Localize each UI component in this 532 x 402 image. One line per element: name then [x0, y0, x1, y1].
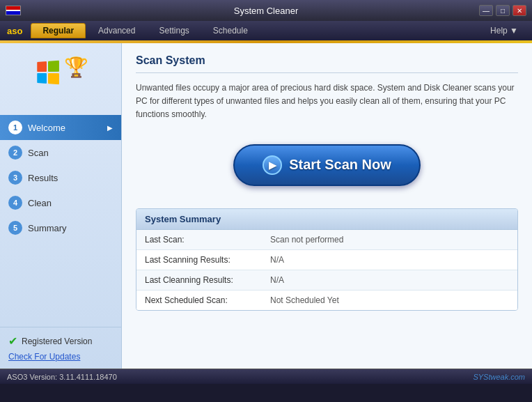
sidebar-label-clean: Clean [28, 198, 52, 208]
sidebar-item-summary[interactable]: 5 Summary [0, 215, 121, 240]
main-content: Scan System Unwanted files occupy a majo… [122, 43, 532, 369]
start-scan-button[interactable]: ▶ Start Scan Now [233, 144, 421, 186]
step-number-4: 4 [8, 196, 22, 210]
scan-button-area: ▶ Start Scan Now [136, 130, 518, 200]
step-number-2: 2 [8, 146, 22, 160]
brand-label: SYStweak.com [473, 373, 525, 381]
scheduled-scan-label: Next Scheduled Scan: [145, 295, 270, 305]
status-bar: ASO3 Version: 3.11.4111.18470 SYStweak.c… [0, 369, 532, 384]
sidebar-footer: ✔ Registered Version Check For Updates [0, 327, 121, 369]
trophy-icon: 🏆 [64, 56, 88, 79]
title-bar: System Cleaner — □ ✕ [0, 0, 532, 21]
summary-row-last-scan: Last Scan: Scan not performed [136, 230, 517, 250]
cleaning-results-value: N/A [270, 275, 284, 285]
scanning-results-label: Last Scanning Results: [145, 255, 270, 265]
sidebar-logo: 🏆 [0, 49, 121, 115]
check-updates-link[interactable]: Check For Updates [8, 352, 80, 362]
close-button[interactable]: ✕ [513, 5, 526, 16]
sidebar-label-summary: Summary [28, 223, 67, 233]
tab-advanced[interactable]: Advanced [87, 23, 146, 38]
system-summary-box: System Summary Last Scan: Scan not perfo… [136, 208, 518, 311]
logo-area: aso [7, 26, 22, 36]
registered-badge: ✔ Registered Version [8, 334, 113, 348]
menu-bar: aso Regular Advanced Settings Schedule H… [0, 21, 532, 40]
window-title: System Cleaner [0, 6, 532, 16]
window-controls: — □ ✕ [479, 5, 526, 16]
check-icon: ✔ [8, 334, 17, 348]
summary-row-scheduled-scan: Next Scheduled Scan: Not Scheduled Yet [136, 291, 517, 310]
help-button[interactable]: Help ▼ [483, 24, 525, 38]
cleaning-results-label: Last Cleanning Results: [145, 275, 270, 285]
app-body: 🏆 1 Welcome ▶ 2 Scan 3 Results 4 [0, 43, 532, 369]
maximize-button[interactable]: □ [496, 5, 510, 16]
sidebar: 🏆 1 Welcome ▶ 2 Scan 3 Results 4 [0, 43, 122, 369]
tab-settings[interactable]: Settings [148, 23, 200, 38]
sidebar-label-scan: Scan [28, 148, 49, 158]
section-description: Unwanted files occupy a major area of pr… [136, 82, 518, 122]
status-text: ASO3 Version: 3.11.4111.18470 [7, 373, 117, 381]
registered-label: Registered Version [22, 337, 92, 346]
summary-row-scanning-results: Last Scanning Results: N/A [136, 250, 517, 270]
play-icon: ▶ [263, 155, 282, 175]
step-number-1: 1 [8, 121, 22, 134]
scanning-results-value: N/A [270, 255, 284, 265]
summary-row-cleaning-results: Last Cleanning Results: N/A [136, 270, 517, 291]
minimize-button[interactable]: — [479, 5, 493, 16]
step-number-3: 3 [8, 171, 22, 185]
title-bar-left [6, 6, 21, 15]
sidebar-item-results[interactable]: 3 Results [0, 165, 121, 190]
sidebar-item-clean[interactable]: 4 Clean [0, 190, 121, 215]
sidebar-item-scan[interactable]: 2 Scan [0, 140, 121, 165]
sidebar-label-welcome: Welcome [28, 123, 65, 133]
summary-header: System Summary [136, 209, 517, 230]
sidebar-arrow-icon: ▶ [107, 124, 113, 132]
step-number-5: 5 [8, 221, 22, 235]
tab-regular[interactable]: Regular [31, 23, 86, 38]
scheduled-scan-value: Not Scheduled Yet [270, 295, 339, 305]
section-title: Scan System [136, 54, 518, 73]
tab-schedule[interactable]: Schedule [202, 23, 259, 38]
last-scan-value: Scan not performed [270, 235, 343, 245]
flag-icon [6, 6, 21, 15]
last-scan-label: Last Scan: [145, 235, 270, 245]
start-scan-label: Start Scan Now [289, 157, 391, 173]
app-logo: aso [7, 26, 22, 36]
windows-flag-icon [37, 61, 59, 84]
sidebar-item-welcome[interactable]: 1 Welcome ▶ [0, 115, 121, 140]
sidebar-label-results: Results [28, 173, 58, 183]
windows-logo: 🏆 [33, 56, 88, 108]
